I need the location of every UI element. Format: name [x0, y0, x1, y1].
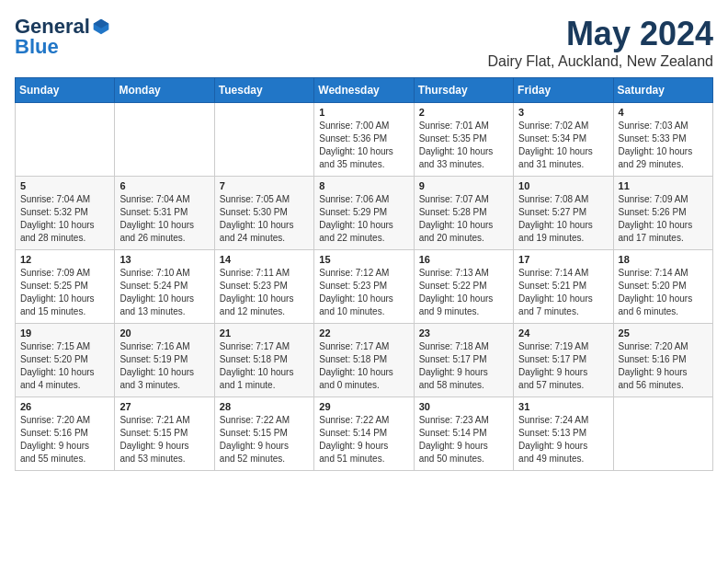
- calendar-day-cell: 31Sunrise: 7:24 AM Sunset: 5:13 PM Dayli…: [514, 397, 613, 471]
- calendar-day-cell: 7Sunrise: 7:05 AM Sunset: 5:30 PM Daylig…: [214, 177, 313, 250]
- day-info: Sunrise: 7:19 AM Sunset: 5:17 PM Dayligh…: [518, 340, 608, 392]
- day-info: Sunrise: 7:20 AM Sunset: 5:16 PM Dayligh…: [619, 340, 708, 392]
- calendar-day-cell: 13Sunrise: 7:10 AM Sunset: 5:24 PM Dayli…: [115, 250, 214, 324]
- day-info: Sunrise: 7:10 AM Sunset: 5:24 PM Dayligh…: [119, 267, 209, 318]
- calendar-day-cell: 24Sunrise: 7:19 AM Sunset: 5:17 PM Dayli…: [514, 324, 613, 397]
- day-number: 31: [518, 401, 608, 412]
- weekday-header: Tuesday: [214, 78, 313, 103]
- calendar-day-cell: 28Sunrise: 7:22 AM Sunset: 5:15 PM Dayli…: [214, 397, 313, 471]
- day-number: 20: [119, 327, 209, 339]
- day-number: 27: [119, 401, 209, 412]
- calendar-table: SundayMondayTuesdayWednesdayThursdayFrid…: [15, 77, 713, 471]
- calendar-day-cell: 30Sunrise: 7:23 AM Sunset: 5:14 PM Dayli…: [414, 397, 513, 471]
- calendar-day-cell: 2Sunrise: 7:01 AM Sunset: 5:35 PM Daylig…: [414, 103, 513, 177]
- calendar-day-cell: 22Sunrise: 7:17 AM Sunset: 5:18 PM Dayli…: [314, 324, 414, 397]
- day-info: Sunrise: 7:18 AM Sunset: 5:17 PM Dayligh…: [419, 340, 508, 392]
- day-number: 11: [619, 180, 708, 191]
- day-number: 8: [319, 180, 408, 191]
- day-number: 4: [619, 107, 708, 118]
- day-info: Sunrise: 7:23 AM Sunset: 5:14 PM Dayligh…: [419, 414, 508, 465]
- calendar-day-cell: 21Sunrise: 7:17 AM Sunset: 5:18 PM Dayli…: [214, 324, 313, 397]
- calendar-day-cell: [115, 103, 214, 177]
- calendar-header-row: SundayMondayTuesdayWednesdayThursdayFrid…: [16, 78, 713, 103]
- day-number: 18: [619, 254, 708, 265]
- day-number: 17: [518, 254, 608, 265]
- calendar-day-cell: 20Sunrise: 7:16 AM Sunset: 5:19 PM Dayli…: [115, 324, 214, 397]
- calendar-day-cell: 27Sunrise: 7:21 AM Sunset: 5:15 PM Dayli…: [115, 397, 214, 471]
- day-info: Sunrise: 7:05 AM Sunset: 5:30 PM Dayligh…: [220, 193, 309, 245]
- calendar-week-row: 5Sunrise: 7:04 AM Sunset: 5:32 PM Daylig…: [16, 177, 713, 250]
- day-info: Sunrise: 7:22 AM Sunset: 5:15 PM Dayligh…: [220, 414, 309, 465]
- day-info: Sunrise: 7:06 AM Sunset: 5:29 PM Dayligh…: [319, 193, 408, 245]
- page-header: General Blue May 2024 Dairy Flat, Auckla…: [15, 15, 713, 70]
- day-info: Sunrise: 7:21 AM Sunset: 5:15 PM Dayligh…: [119, 414, 209, 465]
- day-number: 28: [220, 401, 309, 412]
- day-number: 9: [419, 180, 508, 191]
- day-info: Sunrise: 7:20 AM Sunset: 5:16 PM Dayligh…: [20, 414, 109, 465]
- day-info: Sunrise: 7:13 AM Sunset: 5:22 PM Dayligh…: [419, 267, 508, 318]
- calendar-day-cell: 12Sunrise: 7:09 AM Sunset: 5:25 PM Dayli…: [16, 250, 115, 324]
- logo-blue-text: Blue: [15, 35, 59, 59]
- day-info: Sunrise: 7:14 AM Sunset: 5:21 PM Dayligh…: [518, 267, 608, 318]
- calendar-day-cell: 1Sunrise: 7:00 AM Sunset: 5:36 PM Daylig…: [314, 103, 414, 177]
- day-info: Sunrise: 7:24 AM Sunset: 5:13 PM Dayligh…: [518, 414, 608, 465]
- day-number: 13: [119, 254, 209, 265]
- calendar-day-cell: 19Sunrise: 7:15 AM Sunset: 5:20 PM Dayli…: [16, 324, 115, 397]
- calendar-day-cell: 5Sunrise: 7:04 AM Sunset: 5:32 PM Daylig…: [16, 177, 115, 250]
- calendar-day-cell: 17Sunrise: 7:14 AM Sunset: 5:21 PM Dayli…: [514, 250, 613, 324]
- day-number: 24: [518, 327, 608, 339]
- day-number: 5: [20, 180, 109, 191]
- calendar-day-cell: 29Sunrise: 7:22 AM Sunset: 5:14 PM Dayli…: [314, 397, 414, 471]
- day-info: Sunrise: 7:17 AM Sunset: 5:18 PM Dayligh…: [220, 340, 309, 392]
- day-info: Sunrise: 7:16 AM Sunset: 5:19 PM Dayligh…: [119, 340, 209, 392]
- day-info: Sunrise: 7:04 AM Sunset: 5:31 PM Dayligh…: [119, 193, 209, 245]
- calendar-day-cell: 25Sunrise: 7:20 AM Sunset: 5:16 PM Dayli…: [613, 324, 712, 397]
- calendar-week-row: 26Sunrise: 7:20 AM Sunset: 5:16 PM Dayli…: [16, 397, 713, 471]
- day-info: Sunrise: 7:11 AM Sunset: 5:23 PM Dayligh…: [220, 267, 309, 318]
- day-info: Sunrise: 7:17 AM Sunset: 5:18 PM Dayligh…: [319, 340, 408, 392]
- weekday-header: Wednesday: [314, 78, 414, 103]
- calendar-day-cell: [16, 103, 115, 177]
- calendar-day-cell: 16Sunrise: 7:13 AM Sunset: 5:22 PM Dayli…: [414, 250, 513, 324]
- calendar-day-cell: [613, 397, 712, 471]
- calendar-day-cell: 11Sunrise: 7:09 AM Sunset: 5:26 PM Dayli…: [613, 177, 712, 250]
- day-info: Sunrise: 7:07 AM Sunset: 5:28 PM Dayligh…: [419, 193, 508, 245]
- day-number: 26: [20, 401, 109, 412]
- day-info: Sunrise: 7:12 AM Sunset: 5:23 PM Dayligh…: [319, 267, 408, 318]
- calendar-week-row: 1Sunrise: 7:00 AM Sunset: 5:36 PM Daylig…: [16, 103, 713, 177]
- title-block: May 2024 Dairy Flat, Auckland, New Zeala…: [488, 15, 713, 70]
- calendar-day-cell: 9Sunrise: 7:07 AM Sunset: 5:28 PM Daylig…: [414, 177, 513, 250]
- day-number: 22: [319, 327, 408, 339]
- calendar-day-cell: 6Sunrise: 7:04 AM Sunset: 5:31 PM Daylig…: [115, 177, 214, 250]
- logo-icon: [92, 17, 110, 36]
- month-title: May 2024: [488, 15, 713, 53]
- day-info: Sunrise: 7:09 AM Sunset: 5:26 PM Dayligh…: [619, 193, 708, 245]
- calendar-day-cell: [214, 103, 313, 177]
- logo: General Blue: [15, 15, 110, 59]
- day-number: 2: [419, 107, 508, 118]
- day-info: Sunrise: 7:08 AM Sunset: 5:27 PM Dayligh…: [518, 193, 608, 245]
- day-info: Sunrise: 7:02 AM Sunset: 5:34 PM Dayligh…: [518, 120, 608, 171]
- weekday-header: Monday: [115, 78, 214, 103]
- location-subtitle: Dairy Flat, Auckland, New Zealand: [488, 53, 713, 70]
- calendar-day-cell: 14Sunrise: 7:11 AM Sunset: 5:23 PM Dayli…: [214, 250, 313, 324]
- day-number: 6: [119, 180, 209, 191]
- day-info: Sunrise: 7:14 AM Sunset: 5:20 PM Dayligh…: [619, 267, 708, 318]
- day-number: 16: [419, 254, 508, 265]
- day-number: 19: [20, 327, 109, 339]
- day-info: Sunrise: 7:15 AM Sunset: 5:20 PM Dayligh…: [20, 340, 109, 392]
- day-info: Sunrise: 7:04 AM Sunset: 5:32 PM Dayligh…: [20, 193, 109, 245]
- calendar-day-cell: 8Sunrise: 7:06 AM Sunset: 5:29 PM Daylig…: [314, 177, 414, 250]
- weekday-header: Sunday: [16, 78, 115, 103]
- calendar-day-cell: 3Sunrise: 7:02 AM Sunset: 5:34 PM Daylig…: [514, 103, 613, 177]
- calendar-week-row: 12Sunrise: 7:09 AM Sunset: 5:25 PM Dayli…: [16, 250, 713, 324]
- calendar-day-cell: 4Sunrise: 7:03 AM Sunset: 5:33 PM Daylig…: [613, 103, 712, 177]
- day-number: 30: [419, 401, 508, 412]
- day-number: 14: [220, 254, 309, 265]
- day-number: 3: [518, 107, 608, 118]
- day-number: 7: [220, 180, 309, 191]
- day-info: Sunrise: 7:01 AM Sunset: 5:35 PM Dayligh…: [419, 120, 508, 171]
- day-number: 1: [319, 107, 408, 118]
- calendar-day-cell: 18Sunrise: 7:14 AM Sunset: 5:20 PM Dayli…: [613, 250, 712, 324]
- day-info: Sunrise: 7:09 AM Sunset: 5:25 PM Dayligh…: [20, 267, 109, 318]
